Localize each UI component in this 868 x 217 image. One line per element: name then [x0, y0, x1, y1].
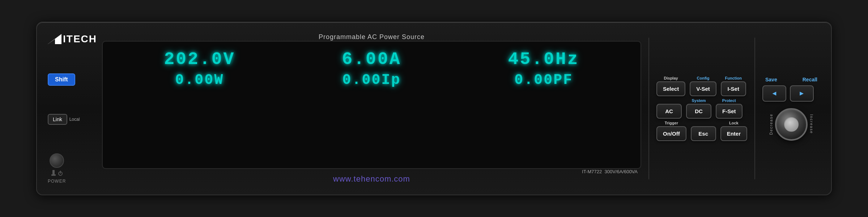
- recall-label: Recall: [803, 77, 817, 82]
- svg-rect-5: [60, 171, 61, 174]
- watermark: www.tehencom.com: [102, 174, 641, 184]
- esc-group: Esc: [691, 125, 716, 141]
- display-row-2: 0.00W 0.00Ip 0.00PF: [114, 72, 630, 88]
- power-icons: [51, 170, 63, 176]
- current2-display: 0.00Ip: [286, 72, 458, 88]
- knob-inner: [784, 117, 799, 132]
- frequency-display: 45.0Hz: [458, 50, 630, 69]
- save-recall-btns: ◄ ►: [762, 85, 820, 102]
- power-knob-area: POWER: [48, 153, 66, 184]
- pf-display: 0.00PF: [458, 72, 630, 88]
- display-label: Display: [664, 76, 678, 80]
- trigger-label: Trigger: [665, 121, 678, 125]
- dc-group: System DC: [686, 98, 711, 119]
- right-buttons-section: Display Select Config V-Set Function I-S…: [656, 72, 747, 145]
- voltage-display: 202.0V: [114, 50, 286, 69]
- vertical-divider: [648, 38, 649, 179]
- vset-button[interactable]: V-Set: [690, 81, 716, 96]
- function-label: Function: [725, 76, 742, 80]
- select-group: Display Select: [656, 76, 685, 96]
- power-symbol-icon: [58, 170, 63, 176]
- onoff-button[interactable]: On/Off: [656, 126, 686, 141]
- decrease-label: Decrease: [769, 114, 773, 135]
- vertical-divider-2: [754, 38, 755, 179]
- config-label: Config: [697, 76, 710, 80]
- save-arrow-button[interactable]: ◄: [762, 85, 786, 102]
- current-display: 6.00A: [286, 50, 458, 69]
- middle-section: Programmable AC Power Source 202.0V 6.00…: [102, 30, 641, 187]
- product-title: Programmable AC Power Source: [102, 33, 641, 41]
- select-button[interactable]: Select: [656, 81, 685, 96]
- display-row-1: 202.0V 6.00A 45.0Hz: [114, 50, 630, 69]
- fset-group: Protect F-Set: [716, 98, 743, 119]
- link-button[interactable]: Link: [48, 114, 67, 125]
- power-display: 0.00W: [114, 72, 286, 88]
- device-panel: ITECH Shift Link Local POWER: [36, 22, 832, 195]
- protect-label: Protect: [722, 98, 736, 103]
- iset-group: Function I-Set: [721, 76, 746, 96]
- esc-button[interactable]: Esc: [691, 126, 716, 141]
- power-label: POWER: [48, 179, 66, 184]
- logo-icon: [48, 34, 61, 44]
- knob-area: Decrease Increase: [762, 108, 820, 141]
- save-recall-col: Save Recall ◄ ► Decrease Increase: [762, 73, 820, 144]
- svg-rect-2: [52, 170, 55, 174]
- power-knob[interactable]: [50, 153, 64, 168]
- save-recall-header: Save Recall: [762, 77, 820, 82]
- fset-button[interactable]: F-Set: [716, 104, 743, 119]
- ac-button[interactable]: AC: [656, 104, 682, 119]
- vset-group: Config V-Set: [690, 76, 716, 96]
- main-knob[interactable]: [775, 108, 808, 141]
- display-panel: 202.0V 6.00A 45.0Hz 0.00W 0.00Ip 0.00PF: [102, 41, 641, 169]
- dc-button[interactable]: DC: [686, 104, 711, 119]
- enter-group: Lock Enter: [720, 121, 747, 141]
- enter-button[interactable]: Enter: [720, 126, 747, 141]
- recall-arrow-button[interactable]: ►: [790, 85, 814, 102]
- model-info: IT-M7722 300V/6A/600VA: [582, 169, 639, 174]
- lock-label: Lock: [729, 121, 739, 125]
- iset-button[interactable]: I-Set: [721, 81, 746, 96]
- local-label: Local: [69, 117, 80, 122]
- left-section: ITECH Shift Link Local POWER: [48, 30, 95, 187]
- shift-button[interactable]: Shift: [48, 73, 75, 86]
- usb-icon: [51, 170, 56, 176]
- save-label: Save: [765, 77, 777, 82]
- system-label: System: [692, 98, 706, 103]
- svg-rect-3: [51, 174, 56, 176]
- link-local-group: Link Local: [48, 114, 80, 125]
- brand-name: ITECH: [63, 33, 97, 45]
- increase-label: Increase: [809, 114, 813, 134]
- ac-group: AC: [656, 103, 682, 119]
- onoff-group: Trigger On/Off: [656, 121, 686, 141]
- logo: ITECH: [48, 33, 97, 45]
